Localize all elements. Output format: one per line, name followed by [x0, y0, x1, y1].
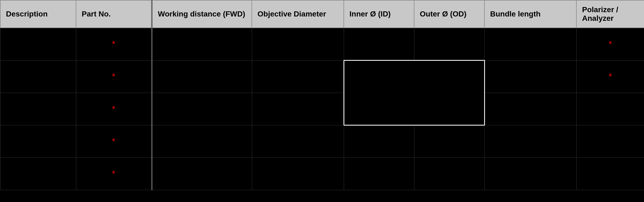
cell-working-2 — [152, 60, 252, 93]
cell-objective-2 — [252, 60, 344, 93]
cell-bundle-4 — [484, 125, 576, 157]
cell-desc-4 — [0, 125, 76, 157]
cell-objective-1 — [252, 28, 344, 60]
cell-bundle-1 — [484, 28, 576, 60]
cell-polarizer-1: * — [576, 28, 644, 60]
header-inner: Inner Ø (ID) — [344, 0, 414, 28]
cell-outer-3-highlighted — [414, 93, 484, 125]
cell-outer-2-highlighted — [414, 60, 484, 93]
cell-bundle-5 — [484, 157, 576, 190]
cell-outer-1 — [414, 28, 484, 60]
cell-working-4 — [152, 125, 252, 157]
header-working: Working distance (FWD) — [152, 0, 252, 28]
cell-inner-5 — [344, 157, 414, 190]
cell-partno-3: * — [76, 93, 152, 125]
cell-desc-2 — [0, 60, 76, 93]
required-star: * — [82, 136, 146, 146]
cell-working-5 — [152, 157, 252, 190]
cell-desc-1 — [0, 28, 76, 60]
table-row: * * — [0, 60, 644, 93]
cell-partno-1: * — [76, 28, 152, 60]
header-description: Description — [0, 0, 76, 28]
table-row: * — [0, 125, 644, 157]
cell-working-1 — [152, 28, 252, 60]
cell-objective-5 — [252, 157, 344, 190]
required-star: * — [82, 72, 146, 82]
main-table-container: Description Part No. Working distance (F… — [0, 0, 644, 190]
required-star: * — [582, 39, 639, 49]
cell-inner-4 — [344, 125, 414, 157]
cell-polarizer-2: * — [576, 60, 644, 93]
cell-bundle-2 — [484, 60, 576, 93]
required-star: * — [82, 169, 146, 179]
cell-polarizer-5 — [576, 157, 644, 190]
header-objective: Objective Diameter — [252, 0, 344, 28]
cell-objective-4 — [252, 125, 344, 157]
header-polarizer: Polarizer / Analyzer — [576, 0, 644, 28]
table-row: * * — [0, 28, 644, 60]
cell-bundle-3 — [484, 93, 576, 125]
table-row: * — [0, 157, 644, 190]
cell-outer-5 — [414, 157, 484, 190]
cell-desc-3 — [0, 93, 76, 125]
table-row: * — [0, 93, 644, 125]
cell-partno-5: * — [76, 157, 152, 190]
cell-outer-4 — [414, 125, 484, 157]
cell-partno-2: * — [76, 60, 152, 93]
data-table: Description Part No. Working distance (F… — [0, 0, 644, 190]
cell-inner-2-highlighted — [344, 60, 414, 93]
cell-polarizer-3 — [576, 93, 644, 125]
cell-desc-5 — [0, 157, 76, 190]
cell-inner-1 — [344, 28, 414, 60]
cell-working-3 — [152, 93, 252, 125]
required-star: * — [82, 39, 146, 49]
cell-inner-3-highlighted — [344, 93, 414, 125]
cell-partno-4: * — [76, 125, 152, 157]
cell-objective-3 — [252, 93, 344, 125]
required-star: * — [582, 72, 639, 82]
header-outer: Outer Ø (OD) — [414, 0, 484, 28]
header-partno: Part No. — [76, 0, 152, 28]
cell-polarizer-4 — [576, 125, 644, 157]
required-star: * — [82, 104, 146, 114]
header-row: Description Part No. Working distance (F… — [0, 0, 644, 28]
header-bundle: Bundle length — [484, 0, 576, 28]
